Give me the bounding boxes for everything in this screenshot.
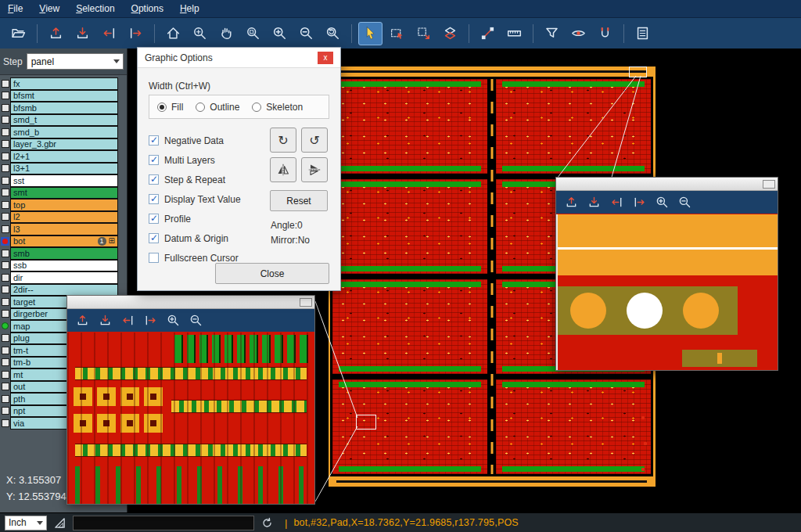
toolbar-move-left-button[interactable] [97,22,121,45]
toolbar-highlight-button[interactable] [566,22,591,45]
layer-checkbox[interactable] [0,225,10,233]
layer-checkbox[interactable] [0,250,10,257]
layer-checkbox[interactable] [0,164,10,172]
magwin-arrow-right-tray-button[interactable] [631,195,647,210]
layer-on-marker[interactable] [0,322,10,329]
layer-checkbox[interactable] [0,274,10,282]
layer-checkbox[interactable] [0,153,10,160]
layer-checkbox[interactable] [0,261,10,269]
layer-checkbox[interactable] [0,286,10,293]
layer-row-smd_t[interactable]: smd_t [0,114,127,127]
toolbar-zoom-object-button[interactable] [241,22,265,45]
menu-item-view[interactable]: View [39,3,59,14]
layer-name[interactable]: l2+1 [10,150,118,163]
layer-name[interactable]: dir [10,271,118,284]
magwin-zoom-in-button[interactable] [165,313,181,329]
step-combo[interactable]: panel [27,53,124,70]
layer-checkbox[interactable] [0,347,10,354]
layer-row-2dir--[interactable]: 2dir-- [0,284,127,297]
layer-row-l2[interactable]: l2 [0,211,127,224]
menu-item-selection[interactable]: Selection [76,3,114,14]
window-control-button[interactable] [763,180,775,189]
checkbox-datum-origin[interactable]: Datum & Origin [149,228,268,248]
layer-row-smt[interactable]: smt [0,187,127,200]
layer-checkbox[interactable] [0,201,10,209]
layer-name[interactable]: l3+1 [10,163,118,175]
layer-checkbox[interactable] [0,177,10,185]
radio-outline[interactable]: Outline [196,102,239,113]
layer-checkbox[interactable] [0,116,10,124]
window-control-button[interactable] [300,298,312,307]
rotate-ccw-button[interactable]: ↺ [301,128,328,153]
layer-name[interactable]: bfsmb [10,102,118,114]
layer-name[interactable]: fx [10,77,118,90]
layer-checkbox[interactable] [0,140,10,148]
mirror-vertical-button[interactable] [301,157,328,182]
rotate-cw-button[interactable]: ↻ [270,128,296,153]
magwin-arrow-left-tray-button[interactable] [609,195,624,210]
magwin-arrow-right-tray-button[interactable] [142,313,158,329]
toolbar-export-button[interactable] [70,22,95,45]
toolbar-zoom-window-button[interactable] [188,22,212,45]
checkbox-profile[interactable]: Profile [149,209,268,228]
layer-row-top[interactable]: top [0,199,127,211]
checkbox-display-text-value[interactable]: Display Text Value [149,189,268,209]
toolbar-pan-button[interactable] [214,22,239,45]
magwin-import-up-button[interactable] [563,195,579,210]
layer-row-bfsmb[interactable]: bfsmb [0,102,127,114]
layer-name[interactable]: top [10,199,118,211]
checkbox-negative-data[interactable]: Negative Data [149,131,268,150]
layer-row-l3[interactable]: l3 [0,223,127,235]
radio-skeleton[interactable]: Skeleton [252,102,303,113]
layer-checkbox[interactable] [0,80,10,88]
layer-checkbox[interactable] [0,92,10,99]
layer-name[interactable]: bfsmt [10,90,118,102]
magwin-import-down-button[interactable] [586,195,602,210]
toolbar-select-button[interactable] [358,22,383,45]
magnifier-titlebar[interactable] [556,178,778,191]
toolbar-layers-compare-button[interactable] [438,22,462,45]
toolbar-ruler-button[interactable] [502,22,526,45]
toolbar-open-button[interactable] [6,22,31,45]
layer-name[interactable]: smt [10,187,118,200]
layer-row-ssb[interactable]: ssb [0,260,127,272]
close-icon[interactable]: x [318,52,333,64]
command-input[interactable] [73,516,254,530]
layer-checkbox[interactable] [0,213,10,221]
layer-checkbox[interactable] [0,358,10,366]
unit-select[interactable]: Inch [5,516,47,530]
layer-name[interactable]: 2dir-- [10,284,118,297]
toolbar-report-button[interactable] [630,22,655,45]
toolbar-snap-button[interactable] [593,22,617,45]
layer-row-l3+1[interactable]: l3+1 [0,163,127,175]
layer-row-smd_b[interactable]: smd_b [0,126,127,138]
toolbar-home-view-button[interactable] [161,22,185,45]
layer-row-smb[interactable]: smb [0,247,127,260]
menu-item-file[interactable]: File [8,3,23,14]
layer-checkbox[interactable] [0,395,10,403]
magnifier-titlebar[interactable] [67,296,314,309]
layer-name[interactable]: smd_t [10,114,118,127]
toolbar-import-button[interactable] [44,22,68,45]
layer-checkbox[interactable] [0,371,10,379]
layer-name[interactable]: smb [10,247,118,260]
checkbox-step-repeat[interactable]: Step & Repeat [149,170,268,189]
layer-name[interactable]: smd_b [10,126,118,138]
layer-checkbox[interactable] [0,104,10,112]
layer-checkbox[interactable] [0,419,10,427]
mirror-horizontal-button[interactable] [270,157,296,182]
toolbar-zoom-previous-button[interactable] [321,22,345,45]
layer-row-layer_3.gbr[interactable]: layer_3.gbr [0,138,127,151]
checkbox-multi-layers[interactable]: Multi Layers [149,150,268,170]
magnifier-window-2[interactable] [555,177,778,371]
layer-name[interactable]: layer_3.gbr [10,138,118,151]
magwin-import-up-button[interactable] [74,313,90,329]
layer-row-bot[interactable]: bot1⊞ [0,235,127,248]
layer-checkbox[interactable] [0,383,10,390]
layer-row-dir[interactable]: dir [0,271,127,284]
layer-name[interactable]: l2 [10,211,118,224]
dialog-titlebar[interactable]: Graphic Options x [138,48,340,68]
magwin-zoom-out-button[interactable] [188,313,203,329]
layer-name[interactable]: sst [10,174,118,187]
layer-checkbox[interactable] [0,310,10,318]
